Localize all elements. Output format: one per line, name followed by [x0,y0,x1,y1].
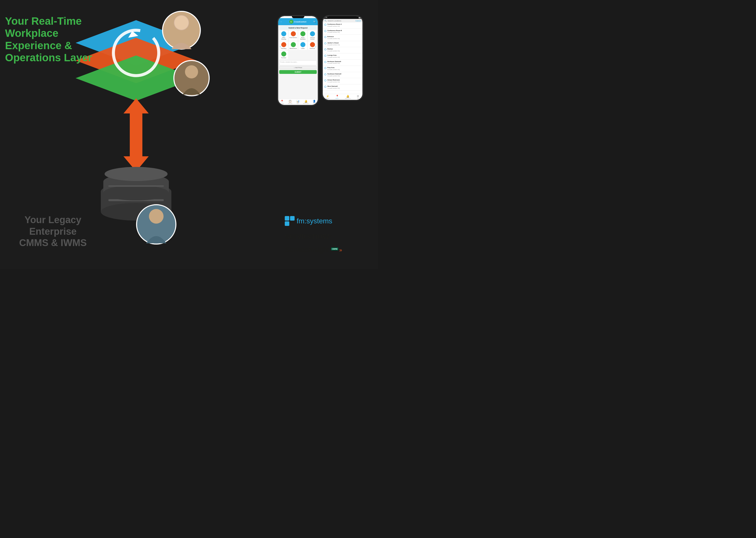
service-icon-7[interactable]: Coffee [298,41,307,50]
service-icon-6[interactable]: Maintenance [289,41,298,50]
location-dot-8 [324,67,326,69]
right-nav-activity[interactable]: ⚡ Activity [326,95,329,99]
location-item-8[interactable]: Prep Area CrowdComfort HQ [323,66,362,72]
headline-line3: Experience & [5,39,111,52]
nav-notif-label: Notifications [303,103,309,104]
svg-point-11 [101,203,171,221]
phone-left-nav: 📍 Location 📋 Requests 📊 Stats 🔔 Notifica… [278,99,318,105]
back-arrow-icon: ← [280,21,282,23]
nav-requests-label: Requests [288,103,292,104]
location-name-4: Janitor's Closet [328,42,340,44]
search-placeholder-text[interactable]: Search Locations [328,20,354,22]
svg-rect-6 [130,108,142,159]
partners-area: fm:systems servicenow™ ServiceInsight CB… [285,216,371,254]
app-title-left: CrowdComfort [294,21,306,23]
phone-right: 3:06 ▮▮▮ 🔍 Search Locations Cancel Confe… [322,15,363,101]
location-text-7: Northeast Stairwell CrowdComfort HQ [328,61,341,65]
search-bar: 🔍 Search Locations Cancel [323,19,362,23]
description-field[interactable]: Provide a detailed description... [279,60,317,65]
svg-point-21 [174,61,209,96]
nav-location-label: Location [280,103,284,104]
svg-point-9 [101,183,171,200]
location-item-4[interactable]: Janitor's Closet CrowdComfort HQ [323,41,362,47]
search-icon-left[interactable]: 🔍 [313,21,316,23]
location-sub-11: CrowdComfort HQ [328,87,340,89]
requests-nav-icon: 📋 [288,100,292,103]
add-photo-label: + Add Photo [294,67,302,68]
cbre-badge: CBRE [331,247,338,250]
right-nav-notif[interactable]: 🔔 Notifications [345,95,351,99]
location-sub-10: CrowdComfort HQ [328,81,340,83]
location-item-5[interactable]: Kitchen CrowdComfort HQ [323,47,362,53]
cancel-button-right[interactable]: Cancel [355,20,361,22]
nav-requests[interactable]: 📋 Requests [288,100,292,104]
service-icon-1[interactable]: Office Cleaning [279,30,288,41]
notif-icon-right: 🔔 [345,95,351,98]
service-icon-4[interactable]: Thermal Comfort [308,30,317,41]
icon-label-9: Furniture [280,57,287,59]
nav-location[interactable]: 📍 Location [280,100,284,104]
time-display: 3:06 [324,17,328,19]
fm-cell-3 [285,221,289,226]
location-item-1[interactable]: Conference Room A CrowdComfort HQ [323,23,362,29]
location-text-11: West Stairwell CrowdComfort HQ [328,85,340,89]
nav-stats[interactable]: 📊 Stats [296,100,299,104]
add-photo-btn[interactable]: + Add Photo [279,66,317,69]
location-name-5: Kitchen [328,48,340,50]
svg-point-18 [163,11,200,49]
location-name-1: Conference Room A [328,24,342,26]
legacy-line3: CMMS & IWMS [5,237,101,249]
fm-systems-text: fm:systems [297,217,332,225]
cbre-insight-text: ServiceInsight CBRE [285,246,338,254]
location-name-11: West Stairwell [328,85,340,87]
location-item-2[interactable]: Conference Room B CrowdComfort HQ [323,29,362,35]
location-item-7[interactable]: Northeast Stairwell CrowdComfort HQ [323,60,362,66]
locations-list-container: Conference Room A CrowdComfort HQ Confer… [323,23,362,94]
next-arrow[interactable]: › [315,45,316,48]
locations-list: Conference Room A CrowdComfort HQ Confer… [323,23,362,91]
location-item-3[interactable]: Entrance CrowdComfort HQ [323,35,362,41]
stats-nav-icon: 📊 [296,100,299,103]
location-dot-2 [324,30,326,32]
legacy-line1: Your Legacy [5,214,101,226]
right-nav-tab[interactable]: ☰ Tab [357,95,359,99]
svg-rect-10 [101,191,171,212]
location-dot-9 [324,73,326,76]
location-text-6: Lounge Area CrowdComfort HQ [328,54,340,59]
service-icon-2[interactable]: Food Service [289,30,298,41]
phone-left: ← C CrowdComfort 🔍 Submit a New Request … [277,15,319,106]
location-dot-10 [324,80,326,81]
location-text-3: Entrance CrowdComfort HQ [328,36,340,40]
location-text-10: Unisex Restroom CrowdComfort HQ [328,79,340,83]
submit-button[interactable]: SUBMIT [279,70,317,74]
service-icons-grid: Office Cleaning Food Service Room Sanita… [279,30,317,59]
location-name-3: Entrance [328,36,340,38]
service-icon-9[interactable]: Furniture [279,51,288,59]
legacy-text: Your Legacy Enterprise CMMS & IWMS [5,214,101,249]
location-dot-4 [324,42,326,44]
right-nav-report[interactable]: 📍 Report [336,95,339,99]
nav-me[interactable]: 👤 Me [313,100,316,104]
location-item-11[interactable]: West Stairwell CrowdComfort HQ [323,84,362,91]
location-item-6[interactable]: Lounge Area CrowdComfort HQ [323,53,362,60]
location-text-2: Conference Room B CrowdComfort HQ [328,30,342,34]
servicenow-tm: ™ [329,235,332,238]
prev-arrow[interactable]: ‹ [280,45,281,48]
report-icon: 📍 [336,95,339,98]
svg-marker-5 [127,30,138,38]
nav-notifications[interactable]: 🔔 Notifications [303,100,309,104]
location-item-9[interactable]: Southeast Stairwell CrowdComfort HQ [323,72,362,79]
me-nav-icon: 👤 [313,100,316,103]
location-item-10[interactable]: Unisex Restroom CrowdComfort HQ [323,78,362,84]
description-placeholder: Provide a detailed description... [280,61,298,63]
main-container: Your Real-Time Workplace Experience & Op… [0,0,378,269]
location-name-7: Northeast Stairwell [328,61,341,63]
icon-label-5: Plumbing [280,48,287,49]
location-dot-6 [324,55,326,57]
status-bar: 3:06 ▮▮▮ [323,16,362,19]
svg-point-3 [113,30,159,76]
location-name-2: Conference Room B [328,30,342,32]
crowd-comfort-logo-left: C [289,20,293,24]
battery-icons: ▮▮▮ [359,17,361,19]
service-icon-3[interactable]: Room Sanitation [298,30,307,41]
